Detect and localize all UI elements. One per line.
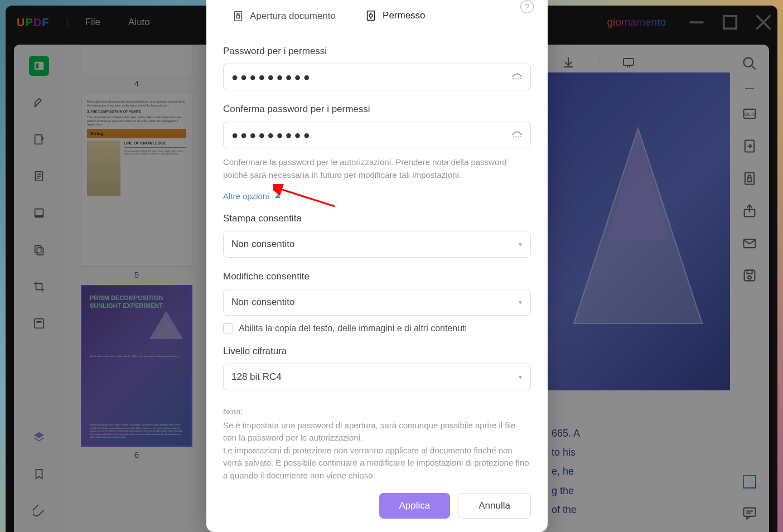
edit-label: Modifiche consentite [223,271,531,282]
tab-permission[interactable]: Permesso [350,0,440,32]
security-modal: Apertura documento Permesso ? Password p… [206,0,548,532]
password-label: Password per i permessi [223,46,531,57]
note-section: Nota: Se è impostata una password di ape… [206,405,548,482]
chevron-down-icon: ▼ [518,241,523,248]
svg-rect-40 [368,11,375,20]
chevron-down-icon: ▼ [518,374,523,380]
help-icon[interactable]: ? [520,0,534,13]
copy-checkbox[interactable] [223,323,233,333]
svg-line-42 [514,78,514,79]
edit-select[interactable]: Non consentito [223,289,531,316]
encrypt-select[interactable]: 128 bit RC4 [223,364,531,390]
svg-rect-39 [236,15,240,18]
confirm-password-input[interactable] [223,122,531,148]
svg-line-46 [514,136,514,137]
tab-open-document[interactable]: Apertura documento [218,0,350,32]
confirm-password-label: Conferma password per i permessi [223,104,531,115]
print-label: Stampa consentita [223,213,531,224]
copy-label: Abilita la copia del testo, delle immagi… [239,323,467,333]
more-options-toggle[interactable]: Altre opzioni [223,191,281,201]
apply-button[interactable]: Applica [379,493,451,519]
print-select[interactable]: Non consentito [223,231,531,258]
password-input[interactable] [223,64,531,90]
svg-line-49 [520,136,521,137]
eye-icon[interactable] [511,70,523,84]
encrypt-label: Livello cifratura [223,346,531,357]
eye-icon[interactable] [511,128,523,142]
chevron-down-icon: ▼ [518,299,523,306]
svg-point-41 [369,14,373,17]
cancel-button[interactable]: Annulla [458,493,531,519]
confirm-hint: Confermare la password per le autorizzaz… [223,156,531,181]
svg-line-45 [520,78,521,79]
